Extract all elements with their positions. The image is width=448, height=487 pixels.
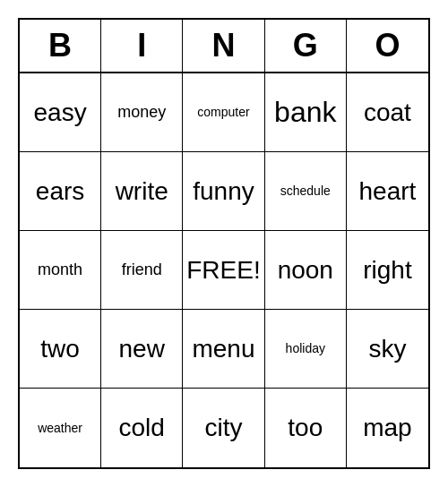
cell-label: money <box>117 103 166 123</box>
cell-label: city <box>205 413 243 443</box>
bingo-cell: map <box>347 389 428 467</box>
bingo-cell: ears <box>20 152 101 231</box>
bingo-cell: heart <box>347 152 428 231</box>
cell-label: funny <box>193 176 254 207</box>
bingo-cell: coat <box>347 73 428 152</box>
cell-label: month <box>38 261 82 280</box>
cell-label: ears <box>36 176 84 207</box>
cell-label: bank <box>274 95 336 129</box>
header-letter: N <box>183 20 264 72</box>
cell-label: FREE! <box>186 255 260 286</box>
bingo-cell: noon <box>265 231 347 310</box>
bingo-cell: menu <box>183 310 264 389</box>
cell-label: right <box>363 255 411 286</box>
bingo-header: BINGO <box>20 20 428 73</box>
cell-label: holiday <box>286 341 325 356</box>
cell-label: noon <box>278 255 333 286</box>
bingo-cell: city <box>183 389 264 467</box>
cell-label: schedule <box>280 184 331 199</box>
bingo-cell: FREE! <box>183 231 264 310</box>
bingo-cell: write <box>101 152 183 231</box>
cell-label: weather <box>38 421 82 436</box>
cell-label: heart <box>359 176 417 207</box>
cell-label: coat <box>364 98 411 128</box>
cell-label: too <box>288 413 323 443</box>
cell-label: friend <box>122 261 162 280</box>
cell-label: cold <box>119 413 165 443</box>
bingo-cell: weather <box>20 389 101 467</box>
bingo-cell: holiday <box>265 310 347 389</box>
bingo-cell: sky <box>347 310 428 389</box>
bingo-cell: new <box>101 310 183 389</box>
header-letter: O <box>347 20 428 72</box>
header-letter: I <box>101 20 183 72</box>
cell-label: write <box>116 176 168 207</box>
bingo-cell: friend <box>101 231 183 310</box>
bingo-card: BINGO easymoneycomputerbankcoatearswrite… <box>18 18 430 469</box>
cell-label: two <box>40 334 80 364</box>
bingo-cell: money <box>101 73 183 152</box>
bingo-cell: right <box>347 231 428 310</box>
bingo-cell: schedule <box>265 152 347 231</box>
bingo-cell: computer <box>183 73 264 152</box>
bingo-cell: month <box>20 231 101 310</box>
bingo-cell: two <box>20 310 101 389</box>
bingo-cell: too <box>265 389 347 467</box>
header-letter: G <box>265 20 347 72</box>
bingo-cell: cold <box>101 389 183 467</box>
cell-label: easy <box>33 98 86 128</box>
cell-label: map <box>363 413 411 443</box>
cell-label: sky <box>368 334 406 364</box>
bingo-cell: bank <box>265 73 347 152</box>
cell-label: new <box>119 334 165 364</box>
cell-label: menu <box>192 334 254 364</box>
bingo-cell: easy <box>20 73 101 152</box>
bingo-grid: easymoneycomputerbankcoatearswritefunnys… <box>20 73 428 467</box>
bingo-cell: funny <box>183 152 264 231</box>
cell-label: computer <box>197 105 249 120</box>
header-letter: B <box>20 20 101 72</box>
